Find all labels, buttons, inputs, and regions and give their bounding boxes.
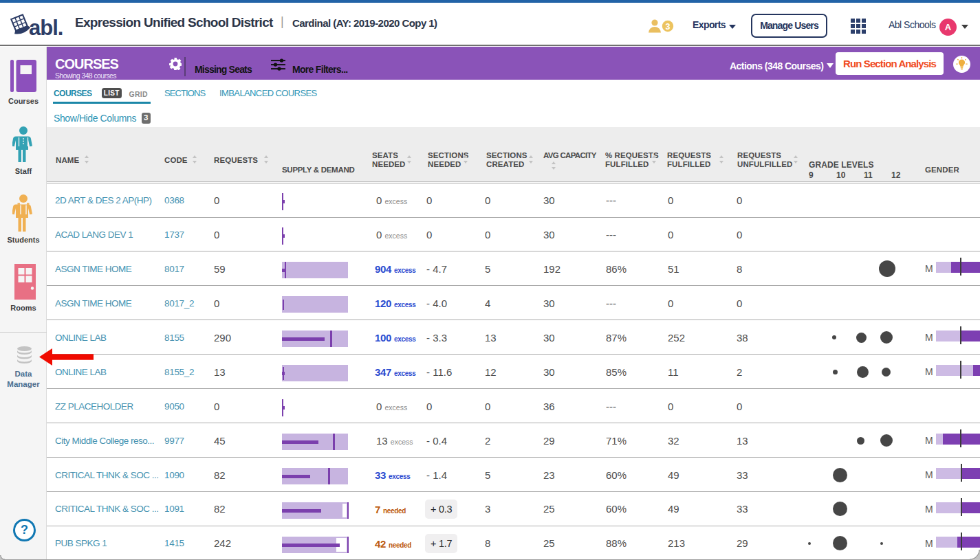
- svg-text:abl.: abl.: [29, 16, 63, 40]
- svg-text:3: 3: [666, 22, 671, 32]
